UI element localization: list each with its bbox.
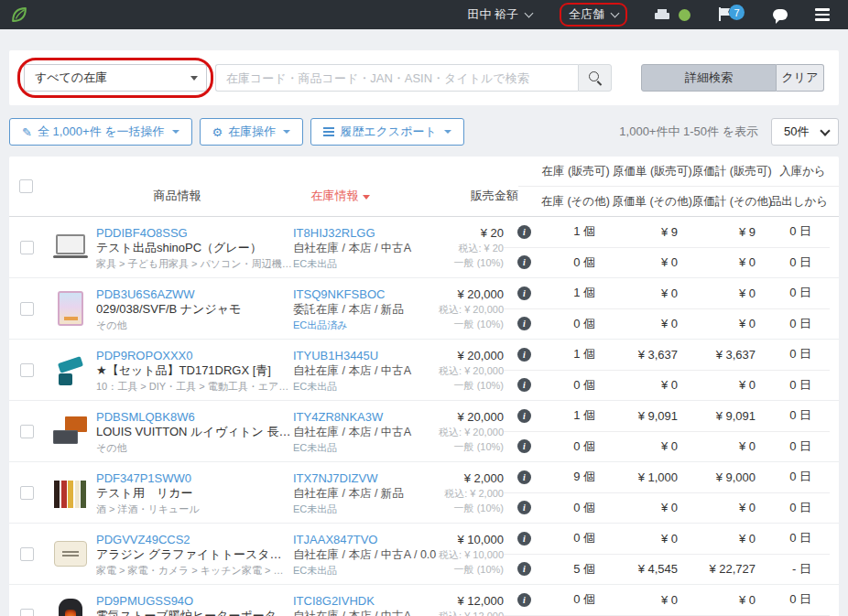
days-since-shelf: 0 日 [756,500,821,516]
row-checkbox[interactable] [20,609,34,616]
sales-price-tax: 税込: ¥ 20,000 [366,363,504,378]
info-icon[interactable]: i [517,225,531,239]
cost-total-other: ¥ 0 [678,317,756,330]
days-since-inbound: 0 日 [756,407,821,424]
stock-qty-sellable: 9 個 [545,469,595,485]
search-input[interactable] [215,64,578,92]
header-stock-sellable: 在庫 (販売可) [518,164,610,179]
messages[interactable] [773,9,788,20]
table-row: PDF347P1SWW0 テスト用 リカー 酒 > 洋酒・リキュール ITX7N… [9,462,839,524]
product-image-cell [44,524,96,584]
select-all-checkbox[interactable] [19,179,33,193]
header-stock-other: 在庫 (その他) [518,194,610,210]
row-checkbox[interactable] [20,241,34,254]
info-icon[interactable]: i [517,501,531,514]
row-checkbox[interactable] [20,363,34,377]
row-checkbox-cell [9,585,44,616]
chat-bubble-icon [773,9,788,20]
cost-unit-sellable: ¥ 0 [595,593,678,607]
edit-icon: ✎ [22,125,32,139]
product-code-link[interactable]: PDB3U6S6AZWW [96,287,293,302]
info-icon[interactable]: i [517,439,531,453]
sellable-metrics-row: i 1 個 ¥ 9,091 ¥ 9,091 0 日 [504,401,830,432]
product-image[interactable] [50,350,91,390]
other-metrics-row: i 0 個 ¥ 0 ¥ 0 0 日 [504,309,830,340]
table-row: PDB3U6S6AZWW 029/038/SVF/B ナンジャモ その他 ITS… [9,278,839,340]
product-image[interactable] [50,595,91,616]
inventory-filter-select[interactable]: すべての在庫 [24,64,207,92]
product-code-link[interactable]: PD9PMUGSS94O [96,594,293,609]
other-metrics-row: i 0 個 ¥ 0 ¥ 0 0 日 [504,371,830,401]
sales-amount-cell: ¥ 20 税込: ¥ 20 一般 (10%) [430,217,504,277]
header-sales-amount: 販売金額 [446,188,518,216]
row-checkbox[interactable] [20,302,34,316]
product-code-link[interactable]: PDP9ROPOXXX0 [96,349,293,363]
chevron-down-icon [611,8,620,17]
info-icon[interactable]: i [517,470,531,484]
product-image[interactable] [50,534,91,574]
search-button[interactable] [578,64,612,92]
main-menu-button[interactable] [815,8,830,21]
store-selector[interactable]: 全店舗 [569,6,618,23]
info-icon[interactable]: i [517,409,531,423]
cost-total-other: ¥ 0 [678,501,756,514]
tax-rate: 一般 (10%) [366,501,504,515]
header-metrics: 在庫 (販売可) 原価単 (販売可) 原価計 (販売可) 入庫から 在庫 (その… [518,157,839,216]
cost-total-sellable: ¥ 0 [678,593,756,607]
header-sellable-row: 在庫 (販売可) 原価単 (販売可) 原価計 (販売可) 入庫から [518,157,839,187]
info-icon[interactable]: i [517,286,531,300]
info-icon[interactable]: i [517,348,531,362]
info-icon[interactable]: i [517,562,531,576]
header-cost-total-other: 原価計 (その他) [692,194,770,210]
sales-amount-cell: ¥ 20,000 税込: ¥ 20,000 一般 (10%) [430,340,504,400]
product-image-cell [44,340,96,400]
days-since-inbound: 0 日 [756,591,821,608]
notifications[interactable]: 7 [718,6,745,23]
bulk-action-button[interactable]: ✎ 全 1,000+件 を一括操作 [9,118,192,146]
store-name: 全店舗 [569,6,604,23]
product-info-cell: PD9PMUGSS94O 電気ストーブ暖炉ヒーターポータブルフリース... [96,585,293,616]
product-image[interactable] [50,411,91,451]
header-stock-info-sort[interactable]: 在庫情報 [311,188,447,216]
row-checkbox[interactable] [20,425,34,438]
stock-qty-other: 0 個 [545,377,595,394]
product-code-link[interactable]: PDF347P1SWW0 [96,471,293,486]
sales-price-tax: 税込: ¥ 20,000 [366,425,504,439]
info-icon[interactable]: i [517,593,531,607]
user-menu[interactable]: 田中 裕子 [467,6,532,23]
info-icon[interactable]: i [517,317,531,330]
advanced-search-button[interactable]: 詳細検索 [641,64,777,92]
header-product: 商品情報 [43,188,310,216]
stock-operations-button[interactable]: ⚙ 在庫操作 [200,118,304,146]
sellable-metrics-row: i 1 個 ¥ 9 ¥ 9 0 日 [504,217,830,248]
product-image[interactable] [50,472,91,513]
row-checkbox[interactable] [20,486,34,500]
history-export-button[interactable]: 履歴エクスポート [310,118,464,146]
sellable-metrics-row: i 0 個 ¥ 0 ¥ 0 0 日 [504,524,830,555]
app-logo-leaf-icon[interactable] [9,5,29,25]
product-code-link[interactable]: PDGVVZ49CCS2 [96,533,293,547]
product-code-link[interactable]: PDDIBF4O8SSG [96,226,293,241]
product-image[interactable] [50,288,91,329]
info-icon[interactable]: i [517,532,531,546]
days-since-inbound: 0 日 [756,346,821,362]
row-checkbox[interactable] [20,547,34,561]
info-icon[interactable]: i [517,255,531,269]
result-count: 1,000+件中 1-50件 を表示 [619,124,758,140]
product-image[interactable] [50,227,91,267]
clear-button[interactable]: クリア [777,64,824,92]
table-row: PD9PMUGSS94O 電気ストーブ暖炉ヒーターポータブルフリース... IT… [9,585,839,616]
product-code-link[interactable]: PDBSMLQBK8W6 [96,410,293,425]
sellable-metrics-row: i 1 個 ¥ 0 ¥ 0 0 日 [504,278,830,309]
info-icon[interactable]: i [517,378,531,392]
days-since-shelf: 0 日 [756,438,821,455]
print-status[interactable] [655,9,690,21]
user-name: 田中 裕子 [467,6,518,23]
tax-rate: 一般 (10%) [366,255,504,270]
chevron-down-icon [444,130,451,134]
tax-rate: 一般 (10%) [366,317,504,331]
sales-amount-cell: ¥ 20,000 税込: ¥ 20,000 一般 (10%) [430,278,504,339]
days-since-inbound: 0 日 [756,530,821,546]
header-since-inbound: 入庫から [770,164,835,179]
product-image-cell [44,401,96,461]
